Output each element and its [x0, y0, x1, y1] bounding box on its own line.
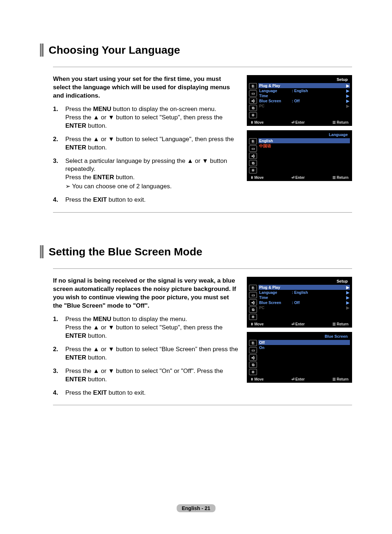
heading-title: Setting the Blue Screen Mode: [49, 246, 202, 258]
osd-menu-item: Language: English▶: [258, 88, 350, 93]
osd-category-icon: ◂⸩: [249, 299, 257, 305]
heading-row: Setting the Blue Screen Mode: [40, 245, 352, 258]
section-blue-screen: Setting the Blue Screen Mode If no signa…: [40, 245, 352, 405]
section-choosing-language: Choosing Your Language When you start us…: [40, 44, 352, 213]
osd-category-icon: ▭: [249, 145, 257, 152]
osd-setup-menu: Setup ⎘▭◂⸩⧉✲ Plug & Play▶Language: Engli…: [247, 277, 352, 328]
divider: [53, 405, 352, 405]
osd-screenshots: Setup ⎘▭◂⸩⧉✲ Plug & Play▶Language: Engli…: [247, 75, 352, 181]
osd-category-icon: ⎘: [249, 285, 257, 291]
osd-menu-item: Time▶: [258, 295, 350, 300]
osd-category-icon: ▭: [249, 347, 257, 353]
osd-footer: ⬍ Move⏎ Enter☰ Return: [249, 119, 350, 124]
step-4: Press the EXIT button to exit.: [53, 389, 238, 397]
osd-icon-strip: ⎘▭◂⸩⧉✲: [249, 138, 257, 173]
page-number: English - 21: [177, 504, 216, 512]
osd-footer-return: ☰ Return: [332, 322, 348, 326]
step-4: Press the EXIT button to exit.: [53, 196, 238, 204]
osd-footer-enter: ⏎ Enter: [291, 322, 305, 326]
osd-footer: ⬍ Move⏎ Enter☰ Return: [249, 174, 350, 180]
step-3-note: You can choose one of 2 languages.: [65, 182, 238, 191]
osd-language-menu: Language ⎘▭◂⸩⧉✲ English中国语 ⬍ Move⏎ Enter…: [247, 130, 352, 181]
heading-bar-icon: [40, 245, 44, 258]
divider: [53, 67, 352, 67]
intro-text: If no signal is being received or the si…: [53, 277, 238, 310]
osd-icon-strip: ⎘▭◂⸩⧉✲: [249, 285, 257, 320]
osd-category-icon: ⎘: [249, 83, 257, 89]
body-text: When you start using your set for the fi…: [53, 75, 238, 209]
heading-row: Choosing Your Language: [40, 44, 352, 57]
osd-menu-item: 中国语: [258, 143, 350, 149]
osd-setup-menu: Setup ⎘▭◂⸩⧉✲ Plug & Play▶Language: Engli…: [247, 75, 352, 126]
osd-category-icon: ⧉: [249, 307, 257, 313]
step-2: Press the ▲ or ▼ button to select “Blue …: [53, 345, 238, 362]
body-text: If no signal is being received or the si…: [53, 277, 238, 402]
step-3: Select a particular language by pressing…: [53, 157, 238, 191]
osd-title: Setup: [249, 279, 350, 285]
osd-menu-item: PC▶: [258, 305, 350, 310]
osd-footer-return: ☰ Return: [332, 176, 348, 180]
osd-menu-item: Plug & Play▶: [258, 83, 350, 88]
osd-title: Blue Screen: [249, 334, 350, 340]
steps-list: Press the MENU button to display the men…: [53, 315, 238, 397]
step-3: Press the ▲ or ▼ button to select "On" o…: [53, 367, 238, 384]
osd-category-icon: ✲: [249, 314, 257, 320]
osd-category-icon: ✲: [249, 167, 257, 173]
osd-menu-item: Off: [258, 340, 350, 345]
osd-title: Setup: [249, 77, 350, 83]
osd-category-icon: ◂⸩: [249, 98, 257, 104]
osd-footer-enter: ⏎ Enter: [291, 120, 305, 124]
divider: [53, 268, 352, 269]
osd-menu-item: Language: English▶: [258, 290, 350, 295]
step-1: Press the MENU button to display the on-…: [53, 105, 238, 130]
osd-category-icon: ◂⸩: [249, 153, 257, 159]
osd-menu-item: Time▶: [258, 93, 350, 98]
heading-bar-icon: [40, 44, 44, 57]
osd-footer: ⬍ Move⏎ Enter☰ Return: [249, 376, 350, 381]
osd-menu-item: Blue Screen: Off▶: [258, 300, 350, 305]
step-1: Press the MENU button to display the men…: [53, 315, 238, 340]
osd-category-icon: ⎘: [249, 340, 257, 346]
osd-category-icon: ✲: [249, 369, 257, 375]
osd-footer-move: ⬍ Move: [250, 120, 264, 124]
osd-icon-strip: ⎘▭◂⸩⧉✲: [249, 340, 257, 375]
osd-category-icon: ⧉: [249, 160, 257, 166]
osd-footer-move: ⬍ Move: [250, 377, 264, 381]
osd-menu-item: Plug & Play▶: [258, 285, 350, 290]
osd-category-icon: ⧉: [249, 362, 257, 368]
osd-menu-item: On: [258, 345, 350, 350]
osd-title: Language: [249, 132, 350, 138]
osd-category-icon: ▭: [249, 292, 257, 298]
osd-category-icon: ⎘: [249, 138, 257, 144]
osd-footer: ⬍ Move⏎ Enter☰ Return: [249, 321, 350, 326]
osd-icon-strip: ⎘▭◂⸩⧉✲: [249, 83, 257, 118]
page-content: Choosing Your Language When you start us…: [40, 44, 352, 438]
osd-footer-enter: ⏎ Enter: [291, 377, 305, 381]
osd-footer-return: ☰ Return: [332, 120, 348, 124]
divider: [53, 212, 352, 213]
osd-category-icon: ◂⸩: [249, 354, 257, 361]
osd-category-icon: ▭: [249, 90, 257, 96]
osd-bluescreen-menu: Blue Screen ⎘▭◂⸩⧉✲ OffOn ⬍ Move⏎ Enter☰ …: [247, 332, 352, 383]
step-2: Press the ▲ or ▼ button to select "Langu…: [53, 135, 238, 152]
osd-footer-return: ☰ Return: [332, 377, 348, 381]
osd-screenshots: Setup ⎘▭◂⸩⧉✲ Plug & Play▶Language: Engli…: [247, 277, 352, 383]
osd-footer-move: ⬍ Move: [250, 322, 264, 326]
osd-menu-item: English: [258, 138, 350, 143]
osd-footer-move: ⬍ Move: [250, 176, 264, 180]
osd-category-icon: ✲: [249, 112, 257, 118]
osd-menu-item: Blue Screen: Off▶: [258, 98, 350, 103]
steps-list: Press the MENU button to display the on-…: [53, 105, 238, 204]
osd-category-icon: ⧉: [249, 105, 257, 111]
osd-menu-item: PC▶: [258, 103, 350, 108]
osd-footer-enter: ⏎ Enter: [291, 176, 305, 180]
heading-title: Choosing Your Language: [49, 44, 180, 56]
intro-text: When you start using your set for the fi…: [53, 75, 238, 100]
